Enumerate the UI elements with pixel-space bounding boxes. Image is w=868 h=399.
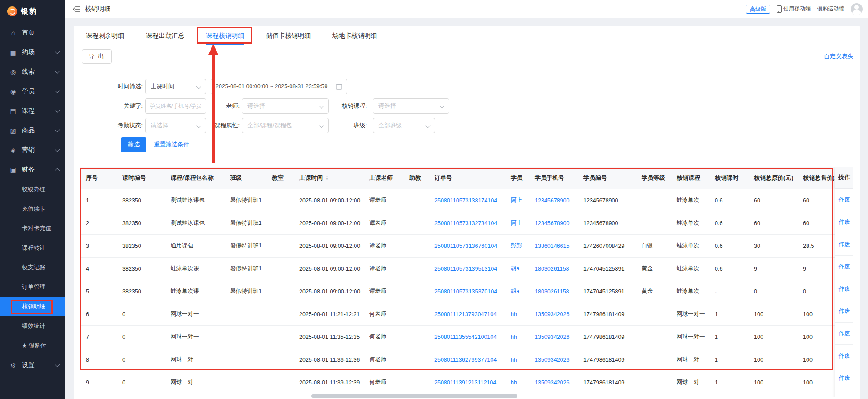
store-name[interactable]: 银豹运动馆 [817, 5, 844, 13]
sidebar-item-leads[interactable]: ◎线索 [0, 62, 65, 81]
action-cell: 作废 [835, 256, 853, 278]
sidebar-item-booking[interactable]: ▦约场 [0, 42, 65, 62]
table-cell [266, 303, 293, 326]
sidebar-subitem[interactable]: ★ 银豹付 [0, 336, 65, 355]
phone-link[interactable]: 13509342026 [535, 357, 569, 363]
table-cell: 13509342026 [529, 303, 577, 326]
sidebar-subitem[interactable]: 课程转让 [0, 238, 65, 258]
student-link[interactable]: 阿上 [511, 220, 522, 226]
phone-link[interactable]: 18030261158 [535, 288, 569, 295]
teacher-select[interactable]: 请选择 [242, 98, 329, 114]
tab[interactable]: 课程出勤汇总 [146, 26, 184, 45]
app-logo-icon [7, 6, 17, 16]
sidebar-item-home[interactable]: ⌂首页 [0, 23, 65, 42]
mobile-app-label: 使用移动端 [783, 5, 811, 13]
sidebar-item-goods[interactable]: ▨商品 [0, 121, 65, 140]
table-cell: 25080110573136760104 [428, 235, 505, 258]
student-link[interactable]: hh [511, 334, 517, 340]
sidebar-subitem[interactable]: 绩效统计 [0, 316, 65, 336]
student-link[interactable]: hh [511, 357, 517, 363]
phone-link[interactable]: 18030261158 [535, 266, 569, 272]
sidebar-subitem[interactable]: 收支记账 [0, 258, 65, 277]
void-link[interactable]: 作废 [839, 397, 850, 398]
customize-columns-link[interactable]: 自定义表头 [824, 52, 853, 61]
student-link[interactable]: 彭彭 [511, 242, 522, 249]
order-link[interactable]: 25080111362769377104 [434, 357, 497, 363]
phone-link[interactable]: 12345678900 [535, 197, 569, 204]
void-link[interactable]: 作废 [839, 352, 850, 360]
collapse-sidebar-icon[interactable] [73, 6, 80, 12]
order-link[interactable]: 25080110573135370104 [434, 288, 497, 295]
void-link[interactable]: 作废 [839, 308, 850, 315]
table-cell: 网球一对一 [165, 371, 224, 394]
tab[interactable]: 课程核销明细 [206, 26, 244, 45]
student-link[interactable]: hh [511, 379, 517, 386]
mobile-app-link[interactable]: 使用移动端 [777, 5, 811, 13]
court-icon: ▦ [9, 49, 17, 56]
order-link[interactable]: 25080111355542100104 [434, 334, 497, 340]
date-range-picker[interactable]: 2025-08-01 00:00:00 ~ 2025-08-31 23:59:5… [211, 79, 347, 94]
toolbar: 导 出 自定义表头 [74, 49, 860, 64]
sidebar-item-settings[interactable]: ⚙设置 [0, 355, 65, 375]
phone-link[interactable]: 12345678900 [535, 220, 569, 227]
table-cell: 暑假特训班1 [224, 258, 266, 280]
sidebar-item-label: 营销 [22, 146, 35, 154]
table-cell: 蛙泳单次 [671, 280, 709, 303]
table-cell [224, 303, 266, 326]
sidebar-subitem[interactable]: 核销明细 [0, 297, 65, 316]
table-row: 5382350蛙泳单次课暑假特训班12025-08-01 09:00-12:00… [80, 280, 846, 303]
table-cell: 6 [80, 303, 116, 326]
tab[interactable]: 储值卡核销明细 [266, 26, 311, 45]
filter-reset-link[interactable]: 重置筛选条件 [154, 141, 189, 149]
order-link[interactable]: 25080111213793047104 [434, 311, 497, 318]
order-link[interactable]: 25080110573139513104 [434, 266, 497, 272]
order-link[interactable]: 25080110573136760104 [434, 243, 497, 249]
student-link[interactable]: 胡a [511, 288, 519, 294]
void-link[interactable]: 作废 [839, 374, 850, 382]
order-link[interactable]: 25080110573132734104 [434, 220, 497, 227]
void-link[interactable]: 作废 [839, 218, 850, 226]
void-link[interactable]: 作废 [839, 196, 850, 204]
void-link[interactable]: 作废 [839, 330, 850, 338]
tab[interactable]: 场地卡核销明细 [332, 26, 377, 45]
sidebar-subitem[interactable]: 充值续卡 [0, 199, 65, 218]
sidebar-item-label: 课程 [22, 107, 35, 115]
void-link[interactable]: 作废 [839, 241, 850, 248]
order-link[interactable]: 25080111391213112104 [434, 379, 496, 386]
phone-link[interactable]: 13509342026 [535, 311, 569, 318]
column-header-label: 助教 [409, 174, 421, 181]
student-link[interactable]: hh [511, 311, 517, 318]
attendance-select[interactable]: 请选择 [145, 118, 206, 133]
phone-link[interactable]: 13860146615 [535, 243, 569, 249]
table-cell: 30 [748, 235, 797, 258]
sidebar-item-students[interactable]: ◉学员 [0, 81, 65, 101]
void-link[interactable]: 作废 [839, 285, 850, 293]
sidebar-item-label: 线索 [22, 68, 35, 76]
table-cell: 1747045125891 [577, 280, 636, 303]
order-link[interactable]: 25080110573138174104 [434, 197, 497, 204]
phone-link[interactable]: 13509342026 [535, 334, 569, 340]
filter-submit-button[interactable]: 筛选 [121, 137, 146, 152]
course-attr-select[interactable]: 全部/课程/课程包 [242, 118, 329, 133]
student-link[interactable]: 胡a [511, 265, 519, 272]
horizontal-scrollbar-thumb[interactable] [311, 394, 517, 398]
table-cell: 13509342026 [529, 394, 577, 398]
sidebar-subitem[interactable]: 卡对卡充值 [0, 218, 65, 238]
student-link[interactable]: 阿上 [511, 197, 522, 203]
sidebar-item-finance[interactable]: ▣财务 [0, 160, 65, 179]
avatar[interactable] [851, 3, 863, 15]
sidebar-item-courses[interactable]: ▤课程 [0, 101, 65, 121]
export-button[interactable]: 导 出 [82, 49, 112, 64]
sort-icon[interactable]: ▲▼ [326, 175, 329, 181]
void-link[interactable]: 作废 [839, 263, 850, 271]
tab[interactable]: 课程剩余明细 [86, 26, 124, 45]
course-select[interactable]: 请选择 [373, 98, 449, 114]
sidebar-subitem[interactable]: 收银办理 [0, 179, 65, 199]
sidebar-item-marketing[interactable]: ◈营销 [0, 140, 65, 160]
keyword-input[interactable] [145, 98, 206, 114]
table-cell [403, 326, 428, 348]
time-filter-select[interactable]: 上课时间 [145, 79, 206, 94]
sidebar-subitem[interactable]: 订单管理 [0, 277, 65, 297]
class-select[interactable]: 全部班级 [373, 118, 435, 133]
phone-link[interactable]: 13509342026 [535, 379, 569, 386]
